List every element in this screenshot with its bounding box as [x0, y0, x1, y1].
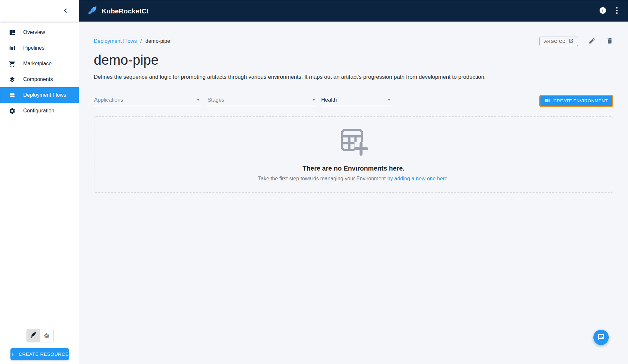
- page-title: demo-pipe: [94, 52, 613, 69]
- quill-icon: [30, 332, 37, 339]
- breadcrumb-deployment-flows-link[interactable]: Deployment Flows: [94, 38, 137, 44]
- kuberocketci-logo-icon: [88, 6, 97, 17]
- sidebar-header: [0, 0, 79, 22]
- empty-state-subtitle-text: Take the first step towards managing you…: [258, 176, 386, 181]
- empty-environments-panel: There are no Environments here. Take the…: [94, 116, 613, 193]
- add-table-icon: [339, 127, 368, 157]
- gear-icon: [8, 107, 16, 114]
- more-menu-button[interactable]: [616, 7, 618, 15]
- components-icon: [8, 76, 16, 83]
- create-resource-label: CREATE RESOURCE: [19, 352, 69, 357]
- sidebar-item-overview[interactable]: Overview: [0, 25, 79, 40]
- kubernetes-wheel-icon: ☸: [43, 332, 50, 339]
- stages-select[interactable]: Stages: [207, 95, 316, 106]
- health-select[interactable]: Health: [321, 95, 391, 106]
- empty-state-subtitle: Take the first step towards managing you…: [258, 176, 449, 182]
- sidebar-item-label: Pipelines: [23, 45, 44, 51]
- page-description: Defines the sequence and logic for promo…: [94, 74, 613, 80]
- create-environment-label: CREATE ENVIRONMENT: [554, 98, 608, 103]
- argo-cd-label: ARGO CD: [544, 39, 566, 44]
- chevron-down-icon: [388, 99, 391, 101]
- chevron-down-icon: [312, 99, 315, 101]
- kebab-menu-icon: [616, 7, 618, 15]
- info-icon: [599, 7, 607, 15]
- main-content: Deployment Flows / demo-pipe ARGO CD d: [79, 22, 628, 364]
- app-title: KubeRocketCI: [102, 7, 149, 15]
- plus-icon: +: [11, 351, 15, 357]
- app-header: KubeRocketCI: [79, 0, 628, 22]
- pencil-icon: [588, 37, 596, 45]
- sidebar-item-configuration[interactable]: Configuration: [0, 103, 79, 119]
- applications-select-label: Applications: [94, 97, 123, 103]
- external-link-icon: [569, 38, 573, 44]
- applications-select[interactable]: Applications: [94, 95, 201, 106]
- chat-fab-button[interactable]: [593, 330, 609, 345]
- argo-cd-button[interactable]: ARGO CD: [539, 37, 578, 46]
- chevron-left-icon: [63, 8, 68, 14]
- edit-button[interactable]: [588, 37, 596, 45]
- columns-icon: [545, 98, 550, 104]
- empty-state-title: There are no Environments here.: [303, 165, 405, 172]
- filter-row: Applications Stages Health CREATE ENVIRO…: [94, 95, 613, 107]
- stages-select-label: Stages: [207, 97, 224, 103]
- health-select-label: Health: [321, 97, 337, 103]
- sidebar-item-components[interactable]: Components: [0, 72, 79, 87]
- sidebar-item-pipelines[interactable]: Pipelines: [0, 40, 79, 56]
- sidebar-item-deployment-flows[interactable]: Deployment Flows: [0, 87, 79, 103]
- sidebar-nav: Overview Pipelines Marketplace Component…: [0, 22, 79, 119]
- sidebar-item-label: Overview: [23, 29, 45, 35]
- breadcrumb: Deployment Flows / demo-pipe ARGO CD: [94, 36, 613, 46]
- delete-button[interactable]: [606, 37, 613, 45]
- cart-icon: [8, 60, 16, 67]
- sidebar-item-label: Deployment Flows: [23, 92, 66, 98]
- sidebar: Overview Pipelines Marketplace Component…: [0, 0, 79, 364]
- sidebar-item-marketplace[interactable]: Marketplace: [0, 56, 79, 72]
- breadcrumb-current: demo-pipe: [145, 38, 170, 44]
- add-environment-link[interactable]: by adding a new one here.: [387, 176, 449, 181]
- resource-view-toggle: ☸: [26, 329, 54, 342]
- brand: KubeRocketCI: [88, 6, 149, 17]
- create-resource-button[interactable]: + CREATE RESOURCE: [10, 348, 69, 360]
- sidebar-item-label: Marketplace: [23, 61, 52, 67]
- sidebar-item-label: Components: [23, 76, 53, 82]
- collapse-sidebar-button[interactable]: [63, 8, 68, 14]
- app-window: { "colors": { "accent_blue": "#2196f3", …: [0, 0, 628, 364]
- chat-bubble-icon: [597, 333, 605, 342]
- dashboard-icon: [8, 29, 16, 36]
- sidebar-item-label: Configuration: [23, 108, 54, 114]
- krci-view-toggle-button[interactable]: [27, 329, 40, 342]
- breadcrumb-separator: /: [140, 38, 142, 44]
- create-environment-button[interactable]: CREATE ENVIRONMENT: [539, 95, 613, 107]
- kubernetes-view-toggle-button[interactable]: ☸: [40, 329, 54, 342]
- pipelines-icon: [8, 44, 16, 52]
- chevron-down-icon: [197, 99, 200, 101]
- header-actions: [599, 7, 620, 15]
- trash-icon: [606, 37, 613, 45]
- info-button[interactable]: [599, 7, 607, 15]
- page-actions: ARGO CD: [539, 37, 613, 46]
- deployment-flows-icon: [8, 91, 16, 99]
